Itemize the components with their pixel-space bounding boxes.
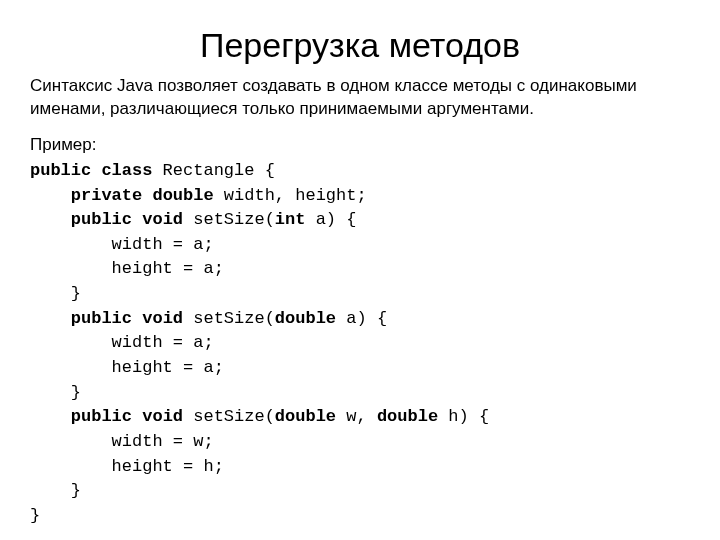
code-text: setSize(	[183, 407, 275, 426]
code-text: height = h;	[30, 457, 224, 476]
description-text: Синтаксис Java позволяет создавать в одн…	[30, 75, 690, 121]
code-text: width, height;	[214, 186, 367, 205]
code-text: width = a;	[30, 333, 214, 352]
code-text: a) {	[336, 309, 387, 328]
code-text: setSize(	[183, 210, 275, 229]
keyword: double	[275, 309, 336, 328]
code-text: width = w;	[30, 432, 214, 451]
keyword: public void	[71, 407, 183, 426]
keyword: int	[275, 210, 306, 229]
code-text: Rectangle {	[152, 161, 274, 180]
code-text: }	[30, 506, 40, 525]
code-text: }	[30, 383, 81, 402]
page-title: Перегрузка методов	[30, 26, 690, 65]
code-text: }	[30, 284, 81, 303]
code-block: public class Rectangle { private double …	[30, 159, 690, 529]
code-text: width = a;	[30, 235, 214, 254]
keyword: public void	[71, 309, 183, 328]
code-text: height = a;	[30, 259, 224, 278]
keyword: double	[377, 407, 438, 426]
keyword: public void	[71, 210, 183, 229]
example-label: Пример:	[30, 135, 690, 155]
code-text: }	[30, 481, 81, 500]
code-text: height = a;	[30, 358, 224, 377]
code-text: a) {	[305, 210, 356, 229]
keyword: private double	[71, 186, 214, 205]
keyword: public class	[30, 161, 152, 180]
code-text: setSize(	[183, 309, 275, 328]
slide: Перегрузка методов Синтаксис Java позвол…	[0, 0, 720, 540]
code-text: h) {	[438, 407, 489, 426]
code-text: w,	[336, 407, 377, 426]
keyword: double	[275, 407, 336, 426]
